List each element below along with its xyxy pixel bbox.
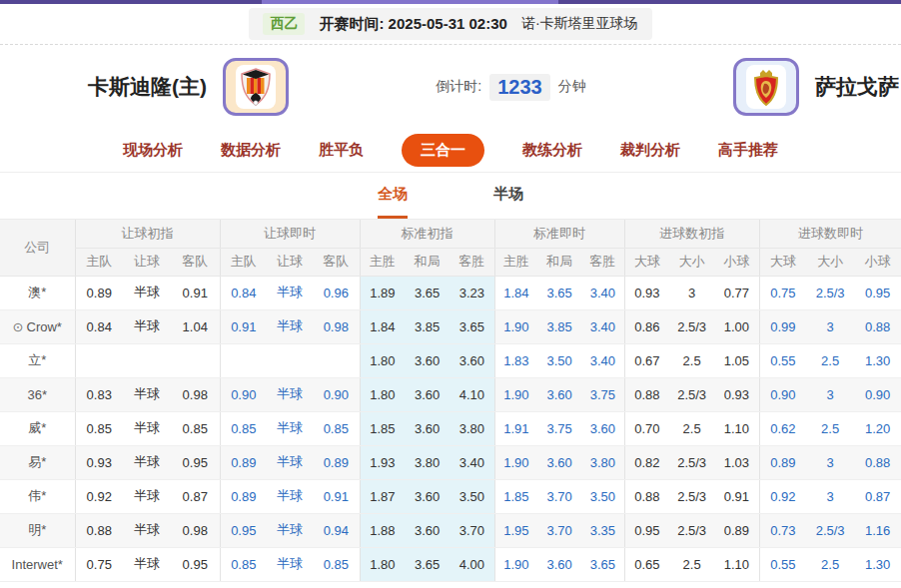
odds-cell[interactable]: 1.80 [360,343,405,377]
company-cell[interactable]: 伟* [0,479,75,513]
odds-cell[interactable]: 3.40 [581,276,624,309]
odds-cell[interactable]: 3 [806,309,854,343]
odds-cell[interactable]: 0.93 [75,445,123,479]
nav-tab-4[interactable]: 三合一 [402,134,484,167]
company-cell[interactable]: 易* [0,445,75,479]
odds-cell[interactable]: 0.91 [313,479,360,513]
company-cell[interactable]: 明* [0,513,75,547]
odds-cell[interactable]: 3.60 [581,411,624,445]
odds-cell[interactable]: 0.85 [313,411,360,445]
odds-cell[interactable]: 1.95 [494,513,537,547]
odds-cell[interactable]: 0.92 [759,479,806,513]
odds-cell[interactable]: 3 [669,276,714,309]
sub-tab-2[interactable]: 半场 [493,185,523,219]
odds-cell[interactable]: 1.88 [360,513,405,547]
odds-cell[interactable]: 2.5 [669,547,714,581]
odds-cell[interactable]: 0.89 [220,479,267,513]
odds-cell[interactable]: 0.98 [313,309,360,343]
odds-cell[interactable]: 0.89 [714,513,759,547]
odds-cell[interactable]: 3.70 [537,513,581,547]
odds-cell[interactable]: 3.60 [405,479,450,513]
odds-cell[interactable]: 0.90 [313,377,360,411]
odds-cell[interactable]: 3 [806,445,854,479]
odds-cell[interactable]: 2.5 [806,547,854,581]
odds-cell[interactable]: 0.62 [759,411,806,445]
odds-cell[interactable]: 1.90 [494,445,537,479]
odds-cell[interactable]: 3.50 [581,479,624,513]
odds-cell[interactable]: 0.55 [759,343,806,377]
odds-cell[interactable]: 0.87 [854,479,901,513]
odds-cell[interactable]: 0.67 [624,343,669,377]
company-cell[interactable]: ⊙Crow* [0,309,75,343]
odds-cell[interactable]: 3.60 [405,411,450,445]
odds-cell[interactable]: 3.65 [537,276,581,309]
odds-cell[interactable]: 2.5 [806,411,854,445]
odds-cell[interactable]: 1.30 [854,547,901,581]
odds-cell[interactable]: 3.23 [450,276,494,309]
odds-cell[interactable]: 4.00 [450,547,494,581]
odds-cell[interactable]: 3.40 [581,309,624,343]
odds-cell[interactable]: 3.80 [405,445,450,479]
odds-cell[interactable]: 3.65 [405,547,450,581]
odds-cell[interactable]: 3.65 [581,547,624,581]
nav-tab-6[interactable]: 裁判分析 [620,141,680,160]
odds-cell[interactable]: 0.89 [313,445,360,479]
odds-cell[interactable]: 0.96 [313,276,360,309]
odds-cell[interactable]: 1.84 [360,309,405,343]
odds-cell[interactable]: 1.90 [494,377,537,411]
odds-cell[interactable]: 半球 [123,309,171,343]
odds-cell[interactable]: 半球 [123,547,171,581]
odds-cell[interactable]: 0.84 [75,309,123,343]
odds-cell[interactable]: 3.60 [537,547,581,581]
odds-cell[interactable]: 3.60 [405,343,450,377]
odds-cell[interactable]: 0.91 [220,309,267,343]
odds-cell[interactable]: 3.40 [450,445,494,479]
odds-cell[interactable]: 0.88 [75,513,123,547]
odds-cell[interactable]: 0.83 [75,377,123,411]
odds-cell[interactable]: 0.75 [759,276,806,309]
odds-cell[interactable]: 0.65 [624,547,669,581]
odds-cell[interactable]: 3.35 [581,513,624,547]
odds-cell[interactable]: 3.70 [537,479,581,513]
nav-tab-5[interactable]: 教练分析 [522,141,582,160]
sub-tab-1[interactable]: 全场 [378,185,408,219]
odds-cell[interactable]: 1.20 [854,411,901,445]
odds-cell[interactable]: 2.5/3 [806,276,854,309]
odds-cell[interactable]: 0.91 [171,276,220,309]
odds-cell[interactable]: 0.95 [624,513,669,547]
odds-cell[interactable]: 3.60 [405,377,450,411]
odds-cell[interactable]: 0.98 [171,513,220,547]
odds-cell[interactable]: 3.75 [537,411,581,445]
odds-cell[interactable]: 0.93 [624,276,669,309]
odds-cell[interactable]: 半球 [123,445,171,479]
odds-cell[interactable]: 3.50 [450,479,494,513]
odds-cell[interactable]: 0.84 [220,276,267,309]
company-cell[interactable]: 澳* [0,276,75,309]
odds-cell[interactable]: 0.82 [624,445,669,479]
odds-cell[interactable]: 3.65 [450,309,494,343]
odds-cell[interactable]: 3.80 [581,445,624,479]
nav-tab-7[interactable]: 高手推荐 [718,141,778,160]
odds-cell[interactable]: 3.65 [405,276,450,309]
odds-cell[interactable]: 0.85 [313,547,360,581]
odds-cell[interactable]: 0.95 [171,547,220,581]
company-cell[interactable]: 威* [0,411,75,445]
company-cell[interactable]: Interwet* [0,547,75,581]
nav-tab-1[interactable]: 现场分析 [123,141,183,160]
odds-cell[interactable]: 半球 [123,513,171,547]
odds-cell[interactable]: 1.93 [360,445,405,479]
odds-cell[interactable]: 半球 [267,276,313,309]
odds-cell[interactable]: 半球 [267,377,313,411]
odds-cell[interactable]: 3 [806,479,854,513]
odds-cell[interactable]: 1.10 [714,411,759,445]
odds-cell[interactable]: 0.75 [75,547,123,581]
odds-cell[interactable]: 0.73 [759,513,806,547]
odds-cell[interactable]: 0.98 [171,377,220,411]
odds-cell[interactable]: 0.88 [854,445,901,479]
odds-cell[interactable]: 0.95 [171,445,220,479]
odds-cell[interactable]: 半球 [267,309,313,343]
odds-cell[interactable]: 0.85 [220,411,267,445]
odds-cell[interactable]: 0.99 [759,309,806,343]
odds-cell[interactable]: 2.5 [806,343,854,377]
odds-cell[interactable]: 1.00 [714,309,759,343]
